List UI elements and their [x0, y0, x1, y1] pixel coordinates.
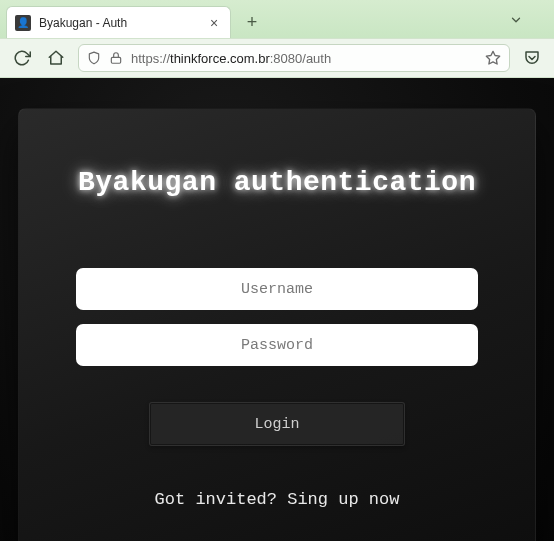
username-input[interactable]	[76, 268, 477, 310]
tab-strip: 👤 Byakugan - Auth × +	[0, 0, 554, 38]
signup-link[interactable]: Got invited? Sing up now	[49, 490, 505, 509]
browser-tab[interactable]: 👤 Byakugan - Auth ×	[6, 6, 231, 38]
shield-icon	[87, 51, 101, 65]
pocket-icon[interactable]	[520, 46, 544, 70]
home-button[interactable]	[44, 46, 68, 70]
tabs-dropdown-icon[interactable]	[504, 8, 528, 32]
browser-chrome: 👤 Byakugan - Auth × + https://thinkforce…	[0, 0, 554, 78]
url-text: https://thinkforce.com.br:8080/auth	[131, 51, 477, 66]
url-host: thinkforce.com.br	[170, 51, 270, 66]
lock-icon	[109, 51, 123, 65]
password-input[interactable]	[76, 324, 477, 366]
favicon-icon: 👤	[15, 15, 31, 31]
browser-toolbar: https://thinkforce.com.br:8080/auth	[0, 38, 554, 78]
close-icon[interactable]: ×	[206, 15, 222, 31]
reload-button[interactable]	[10, 46, 34, 70]
url-scheme: https://	[131, 51, 170, 66]
url-rest: :8080/auth	[270, 51, 331, 66]
auth-card: Byakugan authentication Login Got invite…	[18, 108, 536, 541]
login-button[interactable]: Login	[149, 402, 404, 446]
svg-rect-0	[111, 57, 120, 63]
new-tab-button[interactable]: +	[239, 9, 265, 35]
svg-marker-1	[486, 51, 499, 64]
tab-title: Byakugan - Auth	[39, 16, 198, 30]
page-title: Byakugan authentication	[49, 167, 505, 198]
bookmark-icon[interactable]	[485, 50, 501, 66]
url-bar[interactable]: https://thinkforce.com.br:8080/auth	[78, 44, 510, 72]
page-viewport: Byakugan authentication Login Got invite…	[0, 78, 554, 541]
